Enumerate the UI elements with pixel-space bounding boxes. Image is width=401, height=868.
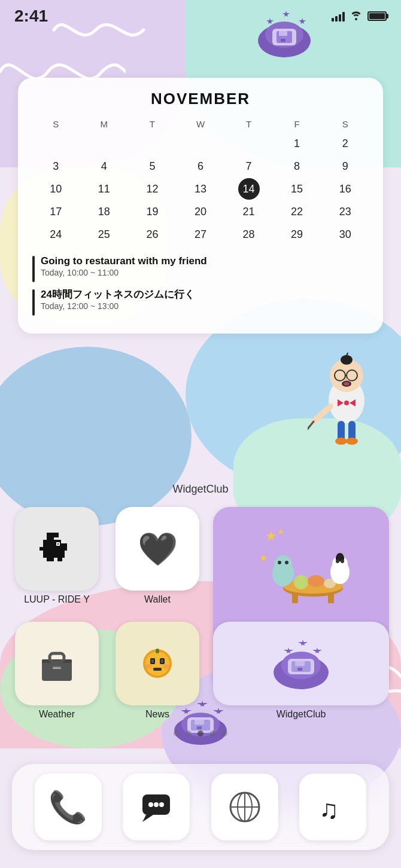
- wifi-icon: [350, 10, 363, 23]
- app-luup-icon[interactable]: [15, 507, 99, 591]
- cal-cell[interactable]: 22: [286, 201, 308, 222]
- cal-cell[interactable]: 16: [335, 178, 356, 200]
- cal-cell[interactable]: 29: [286, 224, 308, 245]
- cal-cell[interactable]: 23: [335, 201, 356, 222]
- svg-point-18: [344, 382, 350, 386]
- cal-cell[interactable]: 15: [286, 178, 308, 200]
- svg-rect-35: [61, 543, 67, 547]
- cal-cell[interactable]: 19: [141, 201, 163, 222]
- svg-rect-72: [151, 659, 154, 663]
- dock: 📞 ♫: [12, 764, 389, 850]
- svg-point-50: [294, 575, 308, 589]
- cal-cell[interactable]: 10: [45, 178, 66, 200]
- cal-cell[interactable]: 27: [190, 224, 211, 245]
- svg-marker-89: [181, 708, 192, 714]
- app-weather-wrap[interactable]: Weather: [12, 622, 102, 720]
- battery-icon: [367, 11, 387, 21]
- dock-safari[interactable]: [211, 774, 278, 841]
- app-wallet-icon[interactable]: 🖤: [116, 507, 199, 591]
- cal-cell[interactable]: 20: [190, 201, 211, 222]
- cal-cell[interactable]: 12: [141, 178, 163, 200]
- dot-5[interactable]: [221, 731, 227, 736]
- app-widgetclub-icon[interactable]: [213, 622, 389, 705]
- dot-2[interactable]: [186, 731, 192, 736]
- event-bar: [32, 289, 35, 316]
- app-news-icon[interactable]: [116, 622, 199, 705]
- cal-header-mon: M: [81, 117, 128, 132]
- svg-rect-73: [161, 659, 163, 663]
- svg-rect-7: [279, 31, 287, 36]
- svg-rect-28: [47, 533, 54, 540]
- cal-cell[interactable]: 9: [335, 155, 356, 177]
- svg-marker-97: [142, 815, 153, 822]
- dot-3-active[interactable]: [198, 731, 203, 736]
- dot-4[interactable]: [209, 731, 215, 736]
- svg-marker-3: [282, 11, 290, 17]
- svg-point-99: [154, 802, 159, 807]
- cal-cell[interactable]: 1: [286, 133, 308, 154]
- calendar-event-2: 24時間フィットネスのジムに行く Today, 12:00 ~ 13:00: [32, 288, 369, 316]
- cal-cell[interactable]: 11: [93, 178, 115, 200]
- phone-icon: 📞: [48, 789, 87, 826]
- svg-text:★: ★: [277, 527, 285, 536]
- svg-point-11: [341, 355, 353, 365]
- svg-point-98: [148, 802, 153, 807]
- event-2-title: 24時間フィットネスのジムに行く: [41, 288, 195, 301]
- cal-header-tue: T: [129, 117, 176, 132]
- cal-cell[interactable]: 24: [45, 224, 66, 245]
- cal-cell: [190, 133, 211, 154]
- cal-cell[interactable]: 21: [238, 201, 260, 222]
- page-dots: [0, 731, 401, 736]
- cal-cell[interactable]: 2: [335, 133, 356, 154]
- cal-cell[interactable]: 25: [93, 224, 115, 245]
- svg-rect-36: [40, 547, 67, 551]
- cal-cell[interactable]: 7: [238, 155, 260, 177]
- cal-cell[interactable]: 4: [93, 155, 115, 177]
- app-weather-label: Weather: [39, 709, 75, 720]
- app-weather-icon[interactable]: [15, 622, 99, 705]
- svg-rect-29: [54, 533, 59, 537]
- dock-music[interactable]: ♫: [299, 774, 366, 841]
- cal-cell[interactable]: 17: [45, 201, 66, 222]
- svg-marker-82: [312, 647, 322, 653]
- svg-text:♫: ♫: [319, 794, 339, 824]
- cal-cell-today[interactable]: 14: [238, 178, 260, 200]
- svg-rect-85: [295, 661, 305, 666]
- cal-cell[interactable]: 18: [93, 201, 115, 222]
- app-widgetclub-label: WidgetClub: [213, 709, 389, 720]
- widgetclub-label: WidgetClub: [0, 483, 401, 496]
- event-1-title: Going to restaurant with my friend: [41, 255, 207, 268]
- cal-cell[interactable]: 30: [335, 224, 356, 245]
- svg-point-55: [278, 561, 281, 564]
- dock-messages[interactable]: [123, 774, 190, 841]
- cal-cell: [238, 133, 260, 154]
- app-widgetclub-wrap[interactable]: WidgetClub: [213, 622, 389, 720]
- app-wallet-label: Wallet: [144, 594, 171, 605]
- cal-cell[interactable]: 28: [238, 224, 260, 245]
- svg-point-61: [336, 560, 339, 563]
- svg-point-27: [346, 438, 358, 445]
- cal-cell[interactable]: 26: [141, 224, 163, 245]
- cal-cell[interactable]: 6: [190, 155, 211, 177]
- cal-cell[interactable]: 3: [45, 155, 66, 177]
- event-2-time: Today, 12:00 ~ 13:00: [41, 301, 195, 311]
- cartoon-character: [308, 353, 385, 454]
- svg-line-23: [308, 421, 314, 436]
- calendar-event-1: Going to restaurant with my friend Today…: [32, 255, 369, 282]
- svg-marker-81: [298, 640, 308, 646]
- event-1-time: Today, 10:00 ~ 11:00: [41, 268, 207, 277]
- calendar-events: Going to restaurant with my friend Today…: [32, 255, 369, 316]
- svg-marker-90: [197, 701, 208, 707]
- dock-phone[interactable]: 📞: [35, 774, 102, 841]
- status-icons: [332, 10, 387, 23]
- cal-header-thu: T: [225, 117, 272, 132]
- cal-cell[interactable]: 13: [190, 178, 211, 200]
- app-luup-label: LUUP - RIDE Y: [24, 594, 90, 605]
- app-logo-top: [251, 6, 317, 60]
- svg-point-69: [145, 652, 169, 676]
- cal-header-wed: W: [177, 117, 224, 132]
- dot-1[interactable]: [174, 731, 180, 736]
- cal-cell[interactable]: 5: [141, 155, 163, 177]
- status-bar: 2:41: [0, 0, 401, 32]
- cal-cell[interactable]: 8: [286, 155, 308, 177]
